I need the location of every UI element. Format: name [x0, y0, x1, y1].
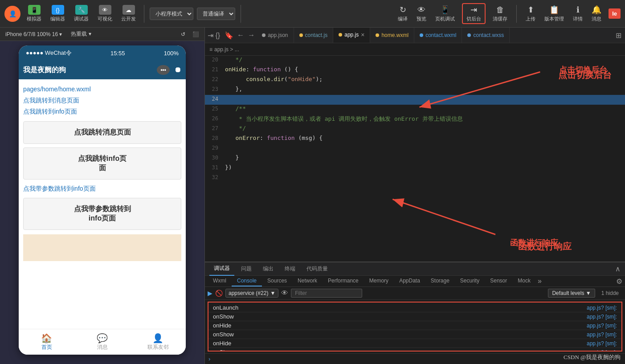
clear-cache-btn[interactable]: 🗑 清缓存: [491, 4, 509, 23]
editor-btn[interactable]: {} 编辑器: [48, 4, 68, 23]
console-nav-console[interactable]: Console: [232, 276, 262, 286]
phone-status-bar: ●●●●● WeChat令 15:55 100%: [19, 45, 186, 61]
phone-btn-info-params[interactable]: 点我带参数跳转到 info页面: [23, 198, 181, 230]
tab-dot-json: [262, 33, 266, 37]
tab-dot-app-js: [339, 33, 342, 37]
console-nav-sensor[interactable]: Sensor: [485, 276, 512, 286]
avatar[interactable]: 👤: [4, 6, 20, 22]
phone-link-message[interactable]: 点我跳转到消息页面: [23, 95, 181, 106]
phone-link-info-params[interactable]: 点我带参数跳转到info页面: [23, 183, 181, 194]
console-default-levels[interactable]: Default levels ▼: [548, 289, 595, 298]
console-eye-icon[interactable]: 👁: [281, 289, 288, 297]
cloud-btn[interactable]: ☁ 云开发: [118, 4, 139, 23]
phone-bottom-nav: 🏠 首页 💬 消息 👤 联系友邻: [19, 329, 186, 355]
console-entry-text-4: onHide: [213, 340, 231, 347]
phone-nav-messages[interactable]: 💬 消息: [74, 329, 130, 355]
code-editor[interactable]: 20 */ 21 onHide: function () { 22 consol…: [205, 56, 625, 262]
code-line-27: 27 */: [205, 124, 625, 134]
debug-tab-output[interactable]: 编出: [258, 262, 278, 276]
tab-app-json[interactable]: app.json: [257, 28, 294, 43]
console-nav-mock[interactable]: Mock: [512, 276, 536, 286]
phone-link-info[interactable]: 点我跳转到info页面: [23, 106, 181, 117]
editor-panel: ⇥ {} 🔖 ← → app.json contact.js app.js × …: [205, 28, 625, 364]
nav-more-icon[interactable]: •••: [157, 65, 170, 75]
miniprogram-mode-dropdown[interactable]: 小程序模式: [150, 8, 193, 20]
console-entry-source-4: app.js? [sm]:: [587, 340, 617, 347]
ie-badge[interactable]: Ie: [609, 8, 621, 19]
tab-contact-wxss[interactable]: contact.wxss: [462, 28, 510, 43]
debugger-btn[interactable]: 🔧 调试器: [71, 4, 91, 23]
nav-record-icon[interactable]: ⏺: [174, 66, 181, 74]
console-hidden-count: 1 hidde: [598, 289, 622, 297]
switch-backend-btn[interactable]: ⇥ 切后台: [462, 3, 486, 24]
watermark: CSDN @我是夜阙的狗: [564, 353, 621, 361]
console-more-icon[interactable]: »: [536, 277, 543, 285]
console-nav-storage[interactable]: Storage: [425, 276, 455, 286]
console-input-field[interactable]: [213, 356, 621, 362]
console-nav-network[interactable]: Network: [292, 276, 323, 286]
debug-tab-issues[interactable]: 问题: [237, 262, 256, 276]
visual-btn[interactable]: 👁 可视化: [95, 4, 115, 23]
console-entry-text-2: onHide: [213, 322, 231, 329]
code-line-25: 25 /**: [205, 105, 625, 115]
console-service-selector[interactable]: appservice (#22) ▼: [225, 289, 278, 298]
tab-dot-contact-js: [299, 33, 303, 37]
tab-back-btn[interactable]: ←: [235, 31, 246, 39]
tab-label-app-json: app.json: [268, 32, 288, 38]
compile-mode-dropdown[interactable]: 普通编译: [197, 8, 235, 20]
console-nav-security[interactable]: Security: [455, 276, 485, 286]
console-block-icon[interactable]: 🚫: [215, 290, 223, 297]
console-nav-performance[interactable]: Performance: [323, 276, 364, 286]
cache-icon: 🗑: [496, 5, 504, 15]
tab-app-js[interactable]: app.js ×: [333, 28, 370, 43]
tab-contact-wxml[interactable]: contact.wxml: [414, 28, 462, 43]
console-settings-icon[interactable]: ⚙: [616, 277, 622, 286]
phone-link-path[interactable]: pages/home/home.wxml: [23, 84, 181, 95]
console-input-row[interactable]: ›: [205, 353, 625, 364]
tab-contact-js[interactable]: contact.js: [294, 28, 334, 43]
phone-nav-contacts[interactable]: 👤 联系友邻: [130, 329, 186, 355]
debug-tab-quality[interactable]: 代码质量: [302, 262, 332, 276]
preview-btn[interactable]: 👁 预览: [415, 4, 428, 23]
phone-btn-info[interactable]: 点我跳转info页 面: [23, 147, 181, 180]
message-btn[interactable]: 🔔 消息: [590, 4, 603, 23]
code-line-32: 32: [205, 173, 625, 183]
phone-nav-home[interactable]: 🏠 首页: [19, 329, 74, 355]
tab-forward-btn[interactable]: →: [246, 31, 257, 39]
code-line-24: 24: [205, 95, 625, 105]
visual-icon: 👁: [99, 5, 111, 15]
preview-icon: 👁: [417, 5, 425, 15]
console-nav-memory[interactable]: Memory: [364, 276, 394, 286]
tab-nav-left[interactable]: ⇥ {}: [205, 31, 223, 40]
console-content[interactable]: onLaunch app.js? [sm]: onShow app.js? [s…: [208, 302, 622, 352]
compile-btn[interactable]: ↻ 编译: [396, 4, 409, 23]
console-nav-appdata[interactable]: AppData: [394, 276, 425, 286]
console-entry-source-3: app.js? [sm]:: [587, 331, 617, 338]
version-btn[interactable]: 📋 版本管理: [543, 4, 566, 23]
tab-close-app-js[interactable]: ×: [361, 31, 364, 38]
debug-collapse-icon[interactable]: ∧: [615, 265, 621, 273]
phone-btn-message[interactable]: 点我跳转消息页面: [23, 121, 181, 144]
phone-content: pages/home/home.wxml 点我跳转到消息页面 点我跳转到info…: [19, 79, 186, 329]
console-nav-wxml[interactable]: Wxml: [208, 276, 232, 286]
debug-tab-debugger[interactable]: 调试器: [209, 262, 234, 276]
console-filter-input[interactable]: [291, 289, 362, 298]
upload-btn[interactable]: ⬆ 上传: [524, 4, 537, 23]
console-entry-text-0: onLaunch: [213, 304, 238, 311]
console-entry-source-5: app.js? [sm]:: [587, 349, 617, 352]
debug-tab-terminal[interactable]: 终端: [280, 262, 300, 276]
phone-battery: 100%: [164, 50, 179, 57]
console-nav-sources[interactable]: Sources: [262, 276, 292, 286]
editor-split-icon[interactable]: ⊞: [612, 31, 625, 40]
console-row-4: onHide app.js? [sm]:: [208, 339, 621, 348]
simulator-btn[interactable]: 📱 模拟器: [24, 4, 44, 23]
tab-home-wxml[interactable]: home.wxml: [370, 28, 414, 43]
machine-test-btn[interactable]: 📱 页机调试: [433, 4, 457, 23]
debug-panel: 调试器 问题 编出 终端 代码质量 ∧ Wxml Console Sources…: [205, 262, 625, 364]
console-play-icon[interactable]: ▶: [208, 290, 212, 297]
detail-btn[interactable]: ℹ 详情: [571, 4, 584, 23]
code-line-26: 26 * 当小程序发生脚本错误，或者 api 调用失败时，会触发 onError…: [205, 115, 625, 124]
refresh-icon[interactable]: ↺: [181, 31, 185, 37]
stop-icon[interactable]: ⬛: [192, 31, 199, 37]
tab-bookmark-icon[interactable]: 🔖: [223, 31, 235, 40]
